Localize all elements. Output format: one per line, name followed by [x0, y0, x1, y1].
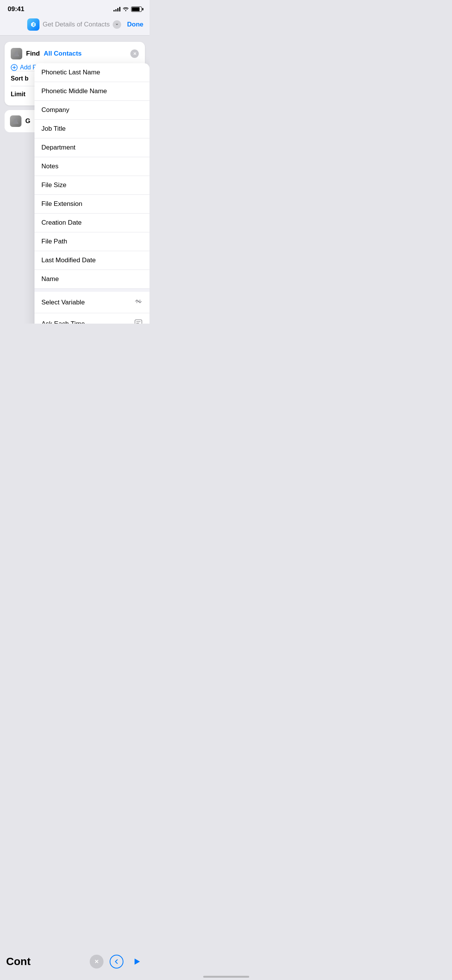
creation-date-label: Creation Date: [41, 219, 82, 227]
dropdown-item-creation-date[interactable]: Creation Date: [35, 214, 150, 232]
nav-title: Get Details of Contacts: [43, 21, 110, 28]
file-extension-label: File Extension: [41, 200, 82, 208]
dropdown-partial-item: Phonetic Last Name: [35, 63, 150, 82]
phonetic-middle-name-label: Phonetic Middle Name: [41, 87, 107, 95]
dropdown-item-department[interactable]: Department: [35, 138, 150, 157]
wifi-icon: [123, 7, 129, 12]
dropdown-item-phonetic-middle-name[interactable]: Phonetic Middle Name: [35, 82, 150, 101]
status-bar: 09:41: [0, 0, 150, 15]
ask-each-time-label: Ask Each Time: [41, 320, 85, 324]
sort-label: Sort b: [11, 75, 28, 82]
company-label: Company: [41, 106, 69, 114]
dropdown-item-notes[interactable]: Notes: [35, 157, 150, 176]
find-label: Find: [26, 50, 40, 58]
get-details-partial-label: G: [25, 117, 30, 125]
job-title-label: Job Title: [41, 125, 66, 133]
dropdown-menu: Phonetic Last Name Phonetic Middle Name …: [35, 63, 150, 324]
battery-icon: [131, 7, 142, 12]
all-contacts-badge[interactable]: All Contacts: [44, 50, 82, 58]
nav-center: Get Details of Contacts: [27, 18, 121, 31]
dropdown-item-file-extension[interactable]: File Extension: [35, 195, 150, 214]
dropdown-item-last-modified-date[interactable]: Last Modified Date: [35, 251, 150, 270]
find-contacts-icon: [11, 48, 22, 59]
select-variable-icon: [134, 297, 143, 307]
dropdown-item-company[interactable]: Company: [35, 101, 150, 120]
last-modified-date-label: Last Modified Date: [41, 257, 96, 264]
nav-chevron-icon[interactable]: [113, 20, 121, 29]
dropdown-item-select-variable[interactable]: Select Variable: [35, 292, 150, 313]
limit-label: Limit: [11, 91, 25, 98]
get-details-icon: [10, 115, 21, 127]
signal-bars-icon: [113, 7, 120, 12]
dropdown-item-name[interactable]: Name: [35, 270, 150, 289]
svg-point-3: [138, 301, 139, 302]
find-close-button[interactable]: ✕: [130, 49, 139, 58]
file-path-label: File Path: [41, 238, 67, 245]
dropdown-item-file-path[interactable]: File Path: [35, 232, 150, 251]
find-row: Find All Contacts ✕: [11, 48, 139, 59]
status-icons: [113, 7, 142, 12]
dropdown-item-job-title[interactable]: Job Title: [35, 120, 150, 138]
file-size-label: File Size: [41, 181, 66, 189]
department-label: Department: [41, 144, 76, 151]
status-time: 09:41: [8, 5, 24, 13]
main-content: Find All Contacts ✕ Add Filter... Sort b…: [0, 36, 150, 138]
ask-each-time-icon: [134, 319, 143, 324]
nav-bar: Get Details of Contacts Done: [0, 15, 150, 36]
dropdown-item-ask-each-time[interactable]: Ask Each Time: [35, 313, 150, 324]
notes-label: Notes: [41, 163, 58, 170]
dropdown-divider: [35, 289, 150, 292]
name-label: Name: [41, 275, 59, 283]
shortcuts-app-icon: [27, 18, 39, 31]
done-button[interactable]: Done: [127, 21, 144, 28]
select-variable-label: Select Variable: [41, 299, 85, 306]
dropdown-item-file-size[interactable]: File Size: [35, 176, 150, 195]
